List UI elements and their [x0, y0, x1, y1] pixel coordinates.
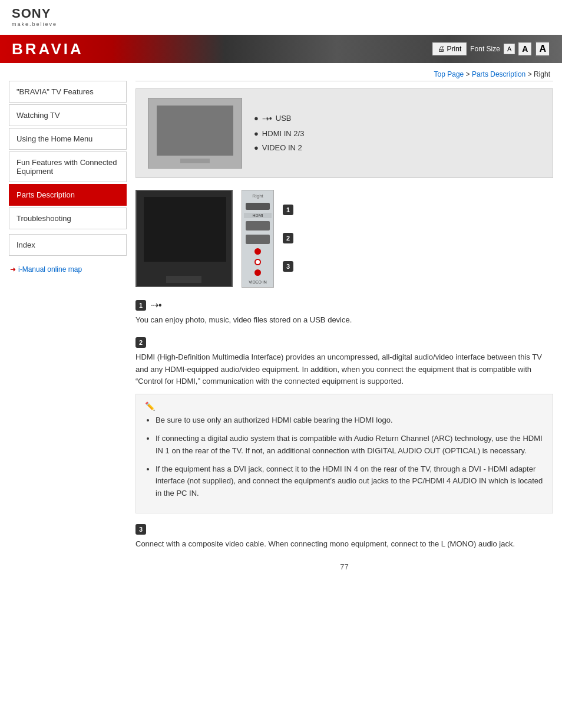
page-number: 77 [135, 562, 553, 571]
note-box: ✏️ Be sure to use only an authorized HDM… [135, 394, 553, 513]
print-icon: 🖨 [438, 45, 445, 53]
port-slot-hdmi2 [246, 235, 270, 244]
sidebar-item-troubleshooting[interactable]: Troubleshooting [9, 207, 127, 229]
section-1-text: You can enjoy photo, music, video files … [135, 314, 553, 327]
bullet-icon3: ● [254, 141, 259, 156]
tv-image [148, 98, 242, 169]
section-3-num: 3 [135, 524, 146, 535]
tv-diagram [135, 190, 233, 287]
note-item-1: Be sure to use only an authorized HDMI c… [156, 414, 544, 427]
content-area: ● ⇢• USB ● HDMI IN 2/3 ● VIDEO IN 2 [135, 81, 553, 571]
font-medium-button[interactable]: A [518, 42, 531, 55]
font-small-button[interactable]: A [504, 44, 515, 54]
section-3-header: 3 [135, 524, 553, 535]
sidebar-item-home-menu[interactable]: Using the Home Menu [9, 128, 127, 150]
port-hdmi-label: HDMI IN 2/3 [262, 127, 305, 141]
badge-2: 2 [283, 233, 293, 243]
usb-symbol-icon: ⇢• [151, 299, 162, 311]
tv-diag-stand [166, 276, 201, 283]
video-in-panel-label: VIDEO IN [244, 280, 272, 284]
font-large-button[interactable]: A [535, 41, 550, 57]
tv-screen [157, 106, 233, 156]
font-size-label: Font Size [470, 45, 500, 53]
port-panel-label: Right [244, 193, 272, 199]
breadcrumb-current: Right [534, 70, 550, 78]
breadcrumb: Top Page > Parts Description > Right [0, 68, 562, 81]
header: SONY make.believe [0, 0, 562, 30]
sidebar-item-fun-features[interactable]: Fun Features with Connected Equipment [9, 151, 127, 182]
bullet-icon: ● [254, 111, 259, 126]
sidebar-item-index[interactable]: Index [9, 234, 127, 256]
port-slot-video2 [254, 259, 261, 265]
section-1: 1 ⇢• You can enjoy photo, music, video f… [135, 299, 553, 327]
port-list: ● ⇢• USB ● HDMI IN 2/3 ● VIDEO IN 2 [254, 111, 304, 156]
sidebar-item-watching-tv[interactable]: Watching TV [9, 104, 127, 126]
badge-row-2: 2 [283, 233, 293, 243]
tv-diag-screen [144, 197, 226, 262]
section-3-text: Connect with a composite video cable. Wh… [135, 538, 553, 551]
bullet-icon2: ● [254, 127, 259, 141]
port-slot-usb [246, 203, 270, 210]
usb-symbol: ⇢• [262, 111, 272, 127]
badge-row-1: 1 [283, 205, 293, 215]
print-button[interactable]: 🖨 Print [432, 42, 467, 55]
section-2: 2 HDMI (High-Definition Multimedia Inter… [135, 337, 553, 513]
port-usb-label: USB [276, 111, 292, 126]
sidebar-item-bravia-features[interactable]: "BRAVIA" TV Features [9, 81, 127, 103]
port-slot-video3 [254, 269, 261, 276]
port-video: ● VIDEO IN 2 [254, 141, 304, 156]
arrow-icon: ➜ [10, 265, 16, 274]
main-layout: "BRAVIA" TV Features Watching TV Using t… [0, 81, 562, 583]
banner-controls: 🖨 Print Font Size A A A [432, 41, 550, 57]
port-usb: ● ⇢• USB [254, 111, 304, 127]
badge-row-3: 3 [283, 261, 293, 272]
tv-stand [180, 159, 210, 163]
diagram-area: Right HDMI VIDEO IN 1 2 3 [135, 190, 553, 288]
number-badges: 1 2 3 [283, 190, 293, 286]
breadcrumb-parts[interactable]: Parts Description [472, 70, 525, 78]
note-list: Be sure to use only an authorized HDMI c… [145, 414, 544, 500]
section-3: 3 Connect with a composite video cable. … [135, 524, 553, 551]
section-2-header: 2 [135, 337, 553, 348]
hdmi-label-panel: HDMI [244, 213, 272, 218]
banner-title: BRAVIA [12, 40, 84, 58]
port-slot-video1 [254, 248, 261, 255]
top-image-area: ● ⇢• USB ● HDMI IN 2/3 ● VIDEO IN 2 [135, 88, 553, 178]
section-2-num: 2 [135, 337, 146, 348]
note-icon: ✏️ [145, 401, 544, 411]
note-item-2: If connecting a digital audio system tha… [156, 433, 544, 457]
port-panel: Right HDMI VIDEO IN [242, 190, 274, 288]
port-video-label: VIDEO IN 2 [262, 141, 302, 156]
sidebar: "BRAVIA" TV Features Watching TV Using t… [9, 81, 127, 571]
section-1-num: 1 [135, 300, 146, 311]
breadcrumb-top[interactable]: Top Page [434, 70, 464, 78]
note-item-3: If the equipment has a DVI jack, connect… [156, 463, 544, 500]
section-1-header: 1 ⇢• [135, 299, 553, 311]
badge-3: 3 [283, 261, 293, 272]
section-2-text: HDMI (High-Definition Multimedia Interfa… [135, 351, 553, 388]
sony-logo: SONY make.believe [12, 6, 550, 27]
online-map-link[interactable]: ➜ i-Manual online map [9, 263, 127, 276]
port-slot-hdmi1 [246, 221, 270, 230]
port-hdmi: ● HDMI IN 2/3 [254, 127, 304, 141]
badge-1: 1 [283, 205, 293, 215]
top-divider [135, 81, 553, 81]
sidebar-item-parts-description[interactable]: Parts Description [9, 184, 127, 206]
bravia-banner: BRAVIA 🖨 Print Font Size A A A [0, 35, 562, 63]
